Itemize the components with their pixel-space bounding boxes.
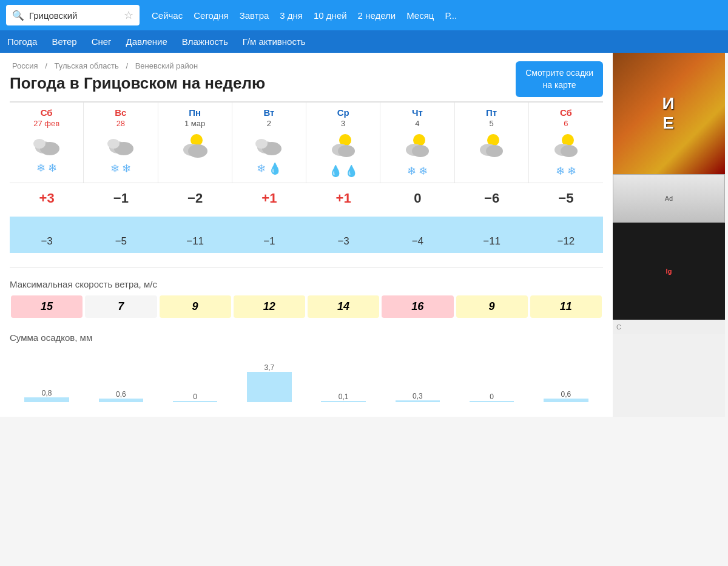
snow-1: ❄	[48, 161, 57, 176]
temp-low-7: −12	[529, 233, 603, 250]
temp-low-1: −5	[84, 233, 158, 250]
day-name-0: Сб	[12, 107, 81, 118]
temp-high-4: +1	[306, 188, 380, 209]
wind-cell-3: 12	[234, 295, 305, 318]
day-name-2: Пн	[161, 107, 229, 118]
nav-more[interactable]: Р...	[445, 10, 457, 21]
sub-sneg[interactable]: Снег	[92, 36, 112, 47]
precip-val-3: 3,7	[265, 363, 275, 372]
search-icon: 🔍	[12, 10, 24, 21]
temp-low-2: −11	[158, 233, 232, 250]
day-date-1: 28	[86, 119, 155, 128]
day-col-1: Вс 28 ❄ ❄	[84, 103, 158, 183]
precip-grid: 0,8 0,6 0 3,7 0,1 0,3	[10, 348, 603, 402]
temp-low-6: −11	[455, 233, 529, 250]
temp-low-5: −4	[380, 233, 454, 250]
precip-icons-4: 💧 💧	[309, 164, 377, 179]
day-col-7: Сб 6 ❄ ❄	[529, 103, 603, 183]
precip-bar-0	[24, 397, 69, 402]
breadcrumb-district[interactable]: Веневский район	[135, 61, 198, 70]
wind-label: Максимальная скорость ветра, м/с	[10, 273, 603, 294]
map-button[interactable]: Смотрите осадки на карте	[516, 61, 603, 97]
nav-10days[interactable]: 10 дней	[314, 10, 347, 21]
content-area: Смотрите осадки на карте Россия / Тульск…	[0, 53, 613, 417]
temp-high-0: +3	[10, 188, 84, 209]
nav-3days[interactable]: 3 дня	[280, 10, 303, 21]
precip-label: Сумма осадков, мм	[10, 326, 603, 348]
precip-icons-0: ❄ ❄	[12, 161, 81, 176]
day-col-2: Пн 1 мар	[158, 103, 232, 183]
precip-col-3: 3,7	[232, 363, 306, 402]
days-grid: Сб 27 фев ❄ ❄ Вс 28	[10, 101, 603, 183]
precip-val-5: 0,3	[413, 392, 423, 400]
sub-pogoda[interactable]: Погода	[7, 36, 37, 47]
nav-zavtra[interactable]: Завтра	[240, 10, 269, 21]
weather-icon-6	[457, 132, 526, 162]
precip-bar-4	[321, 401, 365, 402]
day-date-7: 6	[531, 119, 601, 128]
svg-point-2	[33, 139, 46, 149]
day-col-6: Пт 5	[455, 103, 529, 183]
temp-high-5: 0	[380, 188, 454, 209]
sub-veter[interactable]: Ветер	[52, 36, 76, 47]
top-bar: 🔍 Грицовский ☆ Сейчас Сегодня Завтра 3 д…	[0, 0, 728, 30]
svg-point-5	[107, 139, 120, 149]
nav-segodnya[interactable]: Сегодня	[194, 10, 229, 21]
sidebar-footer: С	[613, 320, 725, 334]
sidebar-ad-text: И Е	[662, 94, 675, 132]
sidebar-ad-dark: Ig	[613, 223, 725, 320]
sub-bar: Погода Ветер Снег Давление Влажность Г/м…	[0, 30, 728, 53]
day-col-3: Вт 2 ❄ 💧	[232, 103, 306, 183]
precip-bar-3	[247, 372, 291, 402]
day-name-4: Ср	[309, 107, 377, 118]
weather-icon-5	[383, 132, 451, 162]
day-name-3: Вт	[235, 107, 303, 118]
svg-point-17	[412, 145, 429, 157]
precip-col-6: 0	[455, 392, 529, 402]
day-date-0: 27 фев	[12, 119, 81, 128]
wind-grid: 15 7 9 12 14 16 9 11	[10, 294, 603, 319]
temp-spacer	[10, 209, 603, 233]
nav-seychas[interactable]: Сейчас	[152, 10, 183, 21]
breadcrumb-region[interactable]: Тульская область	[55, 61, 119, 70]
day-name-1: Вс	[86, 107, 155, 118]
precip-col-0: 0,8	[10, 389, 84, 402]
breadcrumb-russia[interactable]: Россия	[12, 61, 38, 70]
wind-cell-4: 14	[308, 295, 379, 318]
sub-vlajnost[interactable]: Влажность	[182, 36, 228, 47]
sub-davlenie[interactable]: Давление	[126, 36, 167, 47]
day-name-6: Пт	[457, 107, 526, 118]
svg-point-8	[188, 144, 207, 158]
wind-cell-2: 9	[160, 295, 231, 318]
temp-low-0: −3	[10, 233, 84, 250]
precip-bar-5	[396, 400, 440, 402]
temp-high-3: +1	[232, 188, 306, 209]
nav-2weeks[interactable]: 2 недели	[358, 10, 396, 21]
favorite-icon[interactable]: ☆	[124, 8, 133, 22]
wind-cell-7: 11	[530, 295, 602, 318]
precip-col-1: 0,6	[84, 390, 158, 402]
search-box[interactable]: 🔍 Грицовский ☆	[6, 5, 140, 25]
sub-gm[interactable]: Г/м активность	[243, 36, 306, 47]
svg-point-14	[338, 145, 355, 157]
svg-point-23	[561, 145, 578, 157]
sidebar-dark-text: Ig	[666, 268, 672, 275]
temp-row-high: +3 −1 −2 +1 +1 0 −6	[10, 183, 603, 209]
weather-icon-3	[235, 132, 303, 160]
precip-icons-2	[161, 164, 229, 179]
precip-col-4: 0,1	[306, 392, 380, 402]
precip-val-2: 0	[193, 392, 197, 401]
nav-month[interactable]: Месяц	[406, 10, 434, 21]
page-title: Погода в Грицовском на неделю	[10, 74, 603, 93]
precip-icons-5: ❄ ❄	[383, 164, 451, 179]
search-input[interactable]: Грицовский	[29, 10, 119, 21]
precip-col-7: 0,6	[529, 390, 603, 402]
precip-col-2: 0	[158, 392, 232, 402]
day-name-7: Сб	[531, 107, 601, 118]
svg-point-11	[255, 139, 268, 149]
precip-bar-6	[470, 401, 514, 402]
precip-bar-7	[544, 399, 588, 402]
day-date-6: 5	[457, 119, 526, 128]
temp-low-4: −3	[306, 233, 380, 250]
weather-icon-2	[161, 132, 229, 162]
